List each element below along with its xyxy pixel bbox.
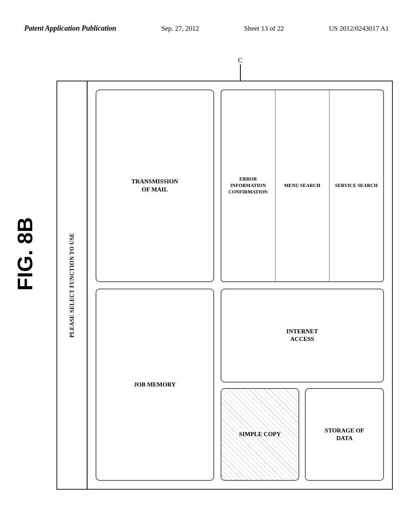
sidebar: PLEASE SELECT FUNCTION TO USE bbox=[57, 81, 88, 489]
publication-title: Patent Application Publication bbox=[24, 24, 116, 33]
bottom-right-area: INTERNET ACCESS SIMPLE COPY STORAGE OF D… bbox=[221, 289, 384, 481]
panel-top-right: ERROR INFORMATION CONFIRMATION MENU SEAR… bbox=[221, 89, 384, 282]
panel-service-search[interactable]: SERVICE SEARCH bbox=[330, 90, 383, 281]
sheet-info: Sheet 13 of 22 bbox=[244, 25, 284, 33]
patent-number: US 2012/0243017 A1 bbox=[329, 25, 389, 33]
bottom-row: JOB MEMORY INTERNET ACCESS SIMPLE COPY bbox=[96, 289, 384, 481]
panel-storage-data[interactable]: STORAGE OF DATA bbox=[305, 388, 384, 481]
bottom-center-row: SIMPLE COPY STORAGE OF DATA bbox=[221, 388, 384, 481]
diagram-outer: PLEASE SELECT FUNCTION TO USE TRANSMISSI… bbox=[56, 81, 393, 490]
top-row: TRANSMISSION OF MAIL ERROR INFORMATION C… bbox=[96, 89, 384, 282]
panel-menu-search[interactable]: MENU SEARCH bbox=[275, 90, 330, 281]
panel-simple-copy[interactable]: SIMPLE COPY bbox=[221, 388, 300, 481]
header: Patent Application Publication Sep. 27, … bbox=[24, 24, 389, 33]
vertical-sub-panels: ERROR INFORMATION CONFIRMATION MENU SEAR… bbox=[221, 89, 384, 282]
sidebar-label: PLEASE SELECT FUNCTION TO USE bbox=[69, 233, 75, 338]
panel-transmission-mail[interactable]: TRANSMISSION OF MAIL bbox=[96, 89, 214, 282]
main-content: TRANSMISSION OF MAIL ERROR INFORMATION C… bbox=[88, 81, 392, 489]
figure-label: FIG. 8B bbox=[13, 217, 37, 291]
panel-error-information[interactable]: ERROR INFORMATION CONFIRMATION bbox=[221, 90, 275, 281]
page: Patent Application Publication Sep. 27, … bbox=[0, 0, 413, 532]
connector-c-label: C bbox=[238, 56, 242, 64]
publication-date: Sep. 27, 2012 bbox=[161, 25, 199, 33]
panel-job-memory[interactable]: JOB MEMORY bbox=[96, 289, 214, 481]
panel-internet-access[interactable]: INTERNET ACCESS bbox=[221, 289, 384, 383]
